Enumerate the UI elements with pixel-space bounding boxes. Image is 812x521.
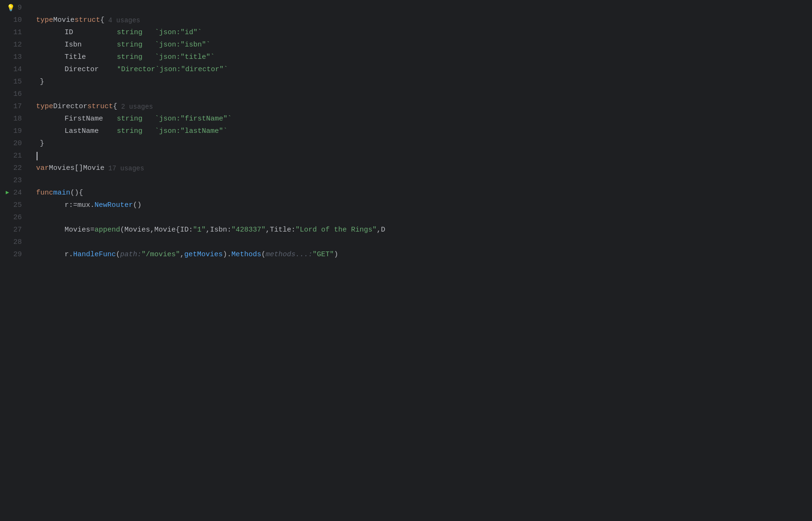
type-firstname: string [117, 113, 155, 125]
keyword-var-22: var [36, 162, 49, 175]
code-line-9 [36, 2, 812, 14]
movies-ref-27: Movies [65, 224, 90, 236]
methods-call: Methods [231, 249, 261, 261]
usage-movie: 4 usages [108, 14, 140, 27]
struct-brace-27: { [176, 224, 180, 236]
line-26: 26 [4, 212, 27, 224]
tag-title: `json:"title"` [155, 51, 215, 64]
mux-ref: mux [77, 199, 90, 212]
code-editor: 💡 9 10 11 12 13 14 15 16 17 18 19 20 [0, 0, 812, 521]
line-18: 18 [4, 113, 27, 125]
title-field-27: Title [270, 224, 291, 236]
type-isbn: string [117, 39, 155, 51]
line-29: 29 [4, 249, 27, 261]
bulb-icon-9: 💡 [7, 3, 15, 13]
paren-hf-open: ( [116, 249, 120, 261]
isbn-val-27: "428337" [231, 224, 265, 236]
keyword-struct-10: struct [75, 14, 100, 27]
open-brace-24: { [79, 187, 83, 199]
code-line-14: Director *Director `json:"director"` [36, 64, 812, 76]
tag-firstname: `json:"firstName"` [155, 113, 232, 125]
comma-id: , [206, 224, 210, 236]
slice-type: [] [75, 162, 83, 175]
line-14: 14 [4, 64, 27, 76]
code-line-24: func main () { [36, 187, 812, 199]
code-line-22: var Movies [] Movie 17 usages [36, 162, 812, 175]
paren-append: ( [120, 224, 124, 236]
colon-title: : [291, 224, 295, 236]
usage-director: 2 usages [121, 101, 153, 113]
movie-struct-lit: Movie [154, 224, 176, 236]
code-line-29: r . HandleFunc ( path: "/movies" , getMo… [36, 249, 812, 261]
code-line-13: Title string `json:"title"` [36, 51, 812, 64]
type-id: string [117, 27, 155, 39]
path-param-label: path: [120, 249, 142, 261]
code-line-18: FirstName string `json:"firstName"` [36, 113, 812, 125]
line-15: 15 [4, 76, 27, 88]
code-line-26 [36, 212, 812, 224]
tag-isbn: `json:"isbn"` [155, 39, 210, 51]
assign-25: := [69, 199, 77, 212]
line-24: ▶ 24 [4, 187, 27, 199]
keyword-type-17: type [36, 101, 53, 113]
dot-25: . [90, 199, 94, 212]
var-movies: Movies [49, 162, 75, 175]
field-title: Title [65, 51, 117, 64]
tag-id: `json:"id"` [155, 27, 202, 39]
code-line-23 [36, 175, 812, 187]
line-25: 25 [4, 199, 27, 212]
code-line-11: ID string `json:"id"` [36, 27, 812, 39]
r-ref-29: r [65, 249, 69, 261]
line-12: 12 [4, 39, 27, 51]
code-line-16 [36, 88, 812, 101]
colon-isbn: : [227, 224, 231, 236]
code-line-15: } [36, 76, 812, 88]
code-line-28 [36, 236, 812, 249]
open-brace-10: { [100, 14, 104, 27]
keyword-struct-17: struct [87, 101, 113, 113]
code-content[interactable]: type Movie struct { 4 usages ID string `… [32, 2, 812, 521]
code-line-27: Movies = append ( Movies , Movie { ID : … [36, 224, 812, 236]
line-17: 17 [4, 101, 27, 113]
struct-name-movie: Movie [53, 14, 75, 27]
code-line-20: } [36, 138, 812, 150]
methods-param-label: methods...: [265, 249, 312, 261]
type-lastname: string [117, 125, 155, 138]
path-val-29: "/movies" [142, 249, 180, 261]
run-icon-24[interactable]: ▶ [6, 188, 9, 197]
newrouter-call: NewRouter [94, 199, 133, 212]
line-9: 💡 9 [4, 2, 27, 14]
struct-name-director: Director [53, 101, 87, 113]
title-val-27: "Lord of the Rings" [295, 224, 377, 236]
colon-id: : [189, 224, 193, 236]
field-firstname: FirstName [65, 113, 117, 125]
type-title: string [117, 51, 155, 64]
code-line-17: type Director struct { 2 usages [36, 101, 812, 113]
line-11: 11 [4, 27, 27, 39]
keyword-type-10: type [36, 14, 53, 27]
close-brace-15: } [36, 76, 44, 88]
close-brace-20: } [36, 138, 44, 150]
line-20: 20 [4, 138, 27, 150]
paren-24: () [70, 187, 79, 199]
comma-27: , [150, 224, 154, 236]
var-r: r [65, 199, 69, 212]
line-16: 16 [4, 88, 27, 101]
paren-m-open: ( [261, 249, 265, 261]
line-19: 19 [4, 125, 27, 138]
func-name-main: main [53, 187, 70, 199]
tag-director: `json:"director"` [155, 64, 228, 76]
code-area[interactable]: 💡 9 10 11 12 13 14 15 16 17 18 19 20 [0, 0, 812, 521]
field-id: ID [65, 27, 117, 39]
paren-hf-close: ) [223, 249, 227, 261]
line-13: 13 [4, 51, 27, 64]
field-isbn: Isbn [65, 39, 117, 51]
director-field-27: D [381, 224, 385, 236]
usage-movies: 17 usages [108, 162, 144, 175]
type-movie-ref: Movie [83, 162, 104, 175]
paren-25: () [133, 199, 142, 212]
comma-title: , [377, 224, 381, 236]
line-28: 28 [4, 236, 27, 249]
code-line-21 [36, 150, 812, 162]
dot-methods: . [227, 249, 231, 261]
